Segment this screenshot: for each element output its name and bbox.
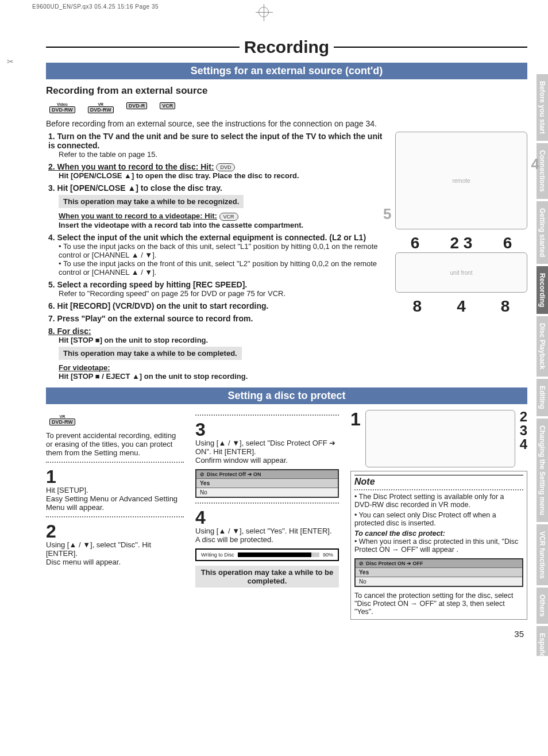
tab-getting-started: Getting started <box>537 201 548 264</box>
media-badges: VideoDVD-RW VRDVD-RW DVD-R VCR <box>46 101 527 114</box>
note-item-2: • You can select only Disc Protect off w… <box>354 511 523 527</box>
note-item-4: To cancel the protection setting for the… <box>354 592 523 616</box>
step-3-num: 3 <box>195 420 339 439</box>
tab-changing-setting-menu: Changing the Setting menu <box>537 419 548 522</box>
vcr-icon: VCR <box>219 213 238 221</box>
note-complete-2: This operation may take a while to be co… <box>195 566 339 588</box>
step4-sub2: • To use the input jacks on the front of… <box>48 259 385 277</box>
unit-callouts-top: 6 2 3 6 <box>395 234 527 252</box>
menu-yes-2: Yes <box>356 567 522 577</box>
step4-sub1: • To use the input jacks on the back of … <box>48 242 385 259</box>
protect-step2-t: Using [▲ / ▼], select "Disc". Hit [ENTER… <box>46 540 151 558</box>
small-callout-3: 3 <box>520 424 527 438</box>
small-callout-1: 1 <box>350 410 361 428</box>
step4-title: 4. Select the input of the unit which th… <box>48 233 366 242</box>
step-1-num: 1 <box>46 467 184 486</box>
step3c: Insert the videotape with a record tab i… <box>48 221 385 229</box>
subsection-recording-external: Recording from an external source <box>46 85 527 97</box>
small-callout-4: 4 <box>520 438 527 451</box>
note-cancel-title: To cancel the disc protect: <box>354 529 523 538</box>
step7-title: 7. Press "Play" on the external source t… <box>48 314 253 323</box>
rule-left <box>46 47 240 48</box>
menu-no: No <box>196 488 338 497</box>
remote-diagram-small <box>365 410 515 467</box>
step6-title: 6. Hit [RECORD] (VCR/DVD) on the unit to… <box>48 301 268 310</box>
note-heading: Note <box>354 475 523 487</box>
protect-intro: To prevent accidental recording, editing… <box>46 431 184 457</box>
note-complete: This operation may take a while to be co… <box>59 347 242 360</box>
note-panel: Note • The Disc Protect setting is avail… <box>350 471 527 620</box>
section-header-disc-protect: Setting a disc to protect <box>46 387 527 404</box>
page-title: Recording <box>244 37 329 57</box>
protect-step2-b: Disc menu will appear. <box>46 558 121 566</box>
no-entry-icon-2: ⊘ <box>359 561 364 566</box>
note-recognize: This operation may take a while to be re… <box>59 195 244 208</box>
protect-step4-b: A disc will be protected. <box>195 535 273 544</box>
callout-5: 5 <box>383 205 391 223</box>
step2-sub: Hit [OPEN/CLOSE ▲] to open the disc tray… <box>48 171 385 180</box>
step1-sub: Refer to the table on page 15. <box>48 150 385 159</box>
step3-title: 3. Hit [OPEN/CLOSE ▲] to close the disc … <box>48 183 222 193</box>
menu-no-2: No <box>356 577 522 586</box>
progress-box: Writing to Disc 90% <box>195 548 339 561</box>
tab-disc-playback: Disc Playback <box>537 316 548 377</box>
intro-text: Before recording from an external source… <box>46 119 527 128</box>
protect-step3-b: Confirm window will appear. <box>195 456 288 465</box>
badge-dvd-rw-vr: VRDVD-RW <box>84 101 117 114</box>
callout-4: 4 <box>531 155 539 173</box>
step8d: Hit [STOP ■ / EJECT ▲] on the unit to st… <box>48 372 385 381</box>
note-item-3: • When you insert a disc protected in th… <box>354 538 523 554</box>
no-entry-icon: ⊘ <box>200 471 204 477</box>
section-header-external-source: Settings for an external source (cont'd) <box>46 63 527 79</box>
step5-sub: Refer to "Recording speed" on page 25 fo… <box>48 289 385 298</box>
file-header: E9600UD_EN/SP.qx3 05.4.25 15:16 Page 35 <box>0 0 548 11</box>
protect-step1-t: Hit [SETUP]. <box>46 486 88 494</box>
step8-title: 8. For disc: <box>48 327 91 336</box>
tab-others: Others <box>537 588 548 624</box>
rule-right <box>334 47 527 48</box>
progress-bar <box>238 552 319 557</box>
protect-step1-b: Easy Setting Menu or Advanced Setting Me… <box>46 494 177 512</box>
tab-vcr-functions: VCR functions <box>537 524 548 586</box>
tab-editing: Editing <box>537 379 548 416</box>
step-2-num: 2 <box>46 522 184 540</box>
protect-step4-t: Using [▲ / ▼], select "Yes". Hit [ENTER]… <box>195 527 332 535</box>
note-item-1: • The Disc Protect setting is available … <box>354 493 523 509</box>
step8b: Hit [STOP ■] on the unit to stop recordi… <box>48 336 385 344</box>
step3b: When you want to record to a videotape: … <box>59 212 217 220</box>
badge-dvd-r: DVD-R <box>123 101 151 114</box>
tab-espanol: Español <box>537 626 548 656</box>
step-4-num: 4 <box>195 508 339 527</box>
dvd-icon: DVD <box>216 163 235 171</box>
confirm-menu-1: ⊘Disc Protect Off ➔ ON Yes No <box>195 469 339 498</box>
step1-title: 1. Turn on the TV and the unit and be su… <box>48 132 383 150</box>
unit-callouts-bottom: 8 4 8 <box>395 297 527 316</box>
step8c: For videotape: <box>48 363 385 372</box>
confirm-menu-2: ⊘Disc Protect ON ➔ OFF Yes No <box>354 558 523 587</box>
step2-title: 2. When you want to record to the disc: … <box>48 162 214 171</box>
unit-diagram: unit front <box>395 252 527 293</box>
badge-vcr: VCR <box>156 101 179 114</box>
remote-diagram: remote 4 5 <box>395 132 527 229</box>
tab-before-you-start: Before you start <box>537 74 548 141</box>
badge-dvd-rw-vr-2: VRDVD-RW <box>46 413 79 427</box>
tab-recording: Recording <box>537 266 548 314</box>
badge-dvd-rw-video: VideoDVD-RW <box>46 101 79 114</box>
cut-mark-icon: ✂ <box>7 57 14 66</box>
menu-yes: Yes <box>196 478 338 488</box>
protect-step3-t: Using [▲ / ▼], select "Disc Protect OFF … <box>195 439 335 456</box>
small-callout-2: 2 <box>520 410 527 424</box>
step5-title: 5. Select a recording speed by hitting [… <box>48 280 247 289</box>
page-number: 35 <box>46 629 527 639</box>
